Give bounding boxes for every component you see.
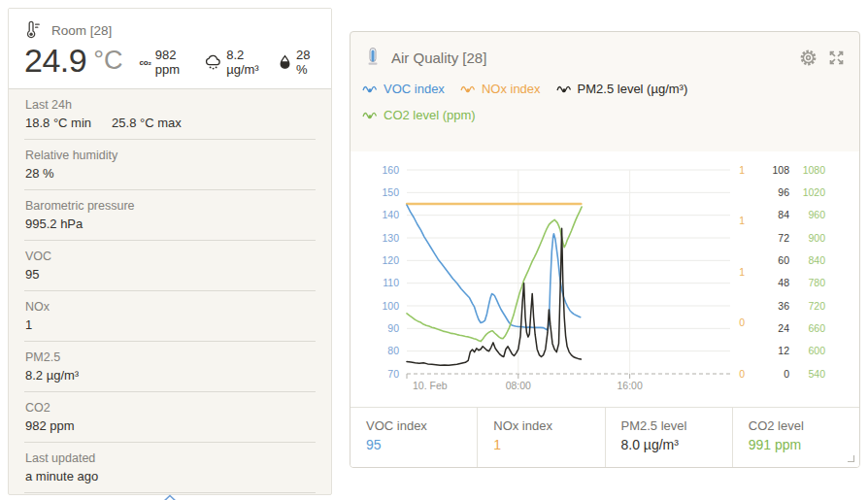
room-row-value: 995.2 hPa xyxy=(25,215,83,233)
svg-text:780: 780 xyxy=(808,277,825,288)
svg-text:960: 960 xyxy=(808,209,825,220)
chevron-up-icon xyxy=(158,493,182,500)
legend-item-pm25-level[interactable]: PM2.5 level (µg/m³) xyxy=(556,82,688,96)
inline-stats: co₂982 ppm8.2 µg/m³28 % xyxy=(139,48,316,77)
room-row-values: 995.2 hPa xyxy=(25,215,315,233)
svg-text:660: 660 xyxy=(808,322,825,334)
footer-stat-value: 95 xyxy=(366,435,477,454)
inline-stat: co₂982 ppm xyxy=(139,48,191,77)
svg-text:1: 1 xyxy=(739,215,745,226)
inline-stat: 28 % xyxy=(278,48,316,77)
footer-stat-pm25-level: PM2.5 level8.0 µg/m³ xyxy=(605,408,732,467)
air-quality-chart[interactable]: 16015014013012011010090807010. Feb08:001… xyxy=(351,151,859,407)
svg-text:72: 72 xyxy=(778,232,789,244)
room-row-value: a minute ago xyxy=(25,467,98,485)
svg-text:720: 720 xyxy=(808,300,825,312)
resize-handle-icon[interactable] xyxy=(845,452,856,464)
footer-stat-label: NOx index xyxy=(493,417,604,435)
room-row-value: 8.2 µg/m³ xyxy=(25,366,79,384)
room-row-label: Barometric pressure xyxy=(25,198,315,215)
room-row-label: CO2 xyxy=(25,400,315,417)
room-row-label: PM2.5 xyxy=(25,350,315,366)
svg-text:110: 110 xyxy=(383,277,399,288)
legend-label: VOC index xyxy=(384,82,445,96)
air-quality-header: Air Quality [28] xyxy=(351,32,859,70)
svg-text:140: 140 xyxy=(382,209,399,220)
svg-text:1020: 1020 xyxy=(803,186,826,198)
room-row-values: 8.2 µg/m³ xyxy=(25,366,315,384)
room-row-values: 95 xyxy=(25,265,315,283)
legend-item-nox-index[interactable]: NOx index xyxy=(460,82,541,96)
legend-label: NOx index xyxy=(482,82,541,96)
inline-stat-value: 982 ppm xyxy=(155,48,191,77)
room-thermometer-icon xyxy=(24,20,43,40)
inline-stat-value: 28 % xyxy=(296,48,316,77)
svg-text:130: 130 xyxy=(382,232,399,244)
legend-label: PM2.5 level (µg/m³) xyxy=(578,82,688,96)
svg-text:48: 48 xyxy=(778,277,789,288)
room-row-co2: CO2982 ppm xyxy=(24,391,316,442)
svg-text:24: 24 xyxy=(778,322,789,334)
room-row-values: 18.8 °C min25.8 °C max xyxy=(25,114,315,132)
room-row-label: Relative humidity xyxy=(25,148,315,164)
room-row-label: Last updated xyxy=(25,450,315,467)
svg-text:100: 100 xyxy=(382,300,399,312)
room-row-value: 982 ppm xyxy=(25,417,75,435)
room-card-header: Room [28] 24.9 °C co₂982 ppm8.2 µg/m³28 … xyxy=(9,9,331,89)
svg-text:108: 108 xyxy=(772,164,789,176)
settings-gear-icon[interactable] xyxy=(799,49,818,67)
room-row-value: 25.8 °C max xyxy=(112,114,182,132)
collapse-button[interactable] xyxy=(24,492,316,500)
svg-text:08:00: 08:00 xyxy=(506,380,531,391)
inline-stat-value: 8.2 µg/m³ xyxy=(226,48,265,77)
legend-line-icon xyxy=(362,84,379,94)
chart-footer: VOC index95NOx index1PM2.5 level8.0 µg/m… xyxy=(351,407,859,467)
svg-text:84: 84 xyxy=(778,209,789,220)
footer-stat-label: CO2 level xyxy=(749,417,859,435)
room-row-value: 1 xyxy=(25,316,32,334)
svg-text:12: 12 xyxy=(778,345,789,356)
svg-text:90: 90 xyxy=(387,322,399,334)
legend-line-icon xyxy=(362,111,379,120)
footer-stat-label: PM2.5 level xyxy=(621,417,732,435)
co2-text-icon: co₂ xyxy=(139,58,150,67)
svg-text:900: 900 xyxy=(808,232,825,244)
svg-text:1080: 1080 xyxy=(803,164,826,176)
legend-item-co2-level[interactable]: CO2 level (ppm) xyxy=(362,108,476,122)
room-row-last-24h: Last 24h18.8 °C min25.8 °C max xyxy=(24,89,316,139)
air-quality-card: Air Quality [28] xyxy=(350,31,860,468)
footer-stat-value: 1 xyxy=(493,435,604,454)
legend-item-voc-index[interactable]: VOC index xyxy=(362,82,445,96)
svg-text:0: 0 xyxy=(739,368,745,380)
room-row-barometric-pressure: Barometric pressure995.2 hPa xyxy=(24,189,316,240)
room-row-nox: NOx1 xyxy=(24,290,316,341)
air-quality-thermometer-icon xyxy=(366,47,380,68)
room-row-value: 95 xyxy=(25,265,39,283)
room-row-label: NOx xyxy=(25,299,315,316)
room-row-voc: VOC95 xyxy=(24,240,316,290)
svg-text:96: 96 xyxy=(778,186,789,198)
svg-text:150: 150 xyxy=(382,186,399,198)
room-row-value: 28 % xyxy=(25,164,54,183)
temperature-unit: °C xyxy=(93,46,122,76)
room-row-values: a minute ago xyxy=(25,467,315,485)
footer-stat-co2-level: CO2 level991 ppm xyxy=(732,408,859,467)
svg-text:16:00: 16:00 xyxy=(618,380,643,391)
room-row-pm25: PM2.58.2 µg/m³ xyxy=(24,341,316,391)
footer-stat-value: 991 ppm xyxy=(749,435,859,454)
pm-cloud-icon xyxy=(204,54,222,71)
legend-line-icon xyxy=(556,84,573,94)
humidity-drop-icon xyxy=(278,54,292,71)
chart-canvas[interactable]: 16015014013012011010090807010. Feb08:001… xyxy=(351,151,859,407)
room-row-relative-humidity: Relative humidity28 % xyxy=(24,139,316,189)
air-quality-title: Air Quality [28] xyxy=(391,50,799,66)
expand-fullscreen-icon[interactable] xyxy=(827,49,846,67)
svg-text:70: 70 xyxy=(387,368,399,380)
room-row-values: 982 ppm xyxy=(25,417,315,435)
room-row-label: VOC xyxy=(25,249,315,265)
svg-text:120: 120 xyxy=(382,254,399,266)
footer-stat-nox-index: NOx index1 xyxy=(477,408,604,467)
footer-stat-label: VOC index xyxy=(366,417,477,435)
room-row-value: 18.8 °C min xyxy=(25,114,91,132)
inline-stat: 8.2 µg/m³ xyxy=(204,48,265,77)
